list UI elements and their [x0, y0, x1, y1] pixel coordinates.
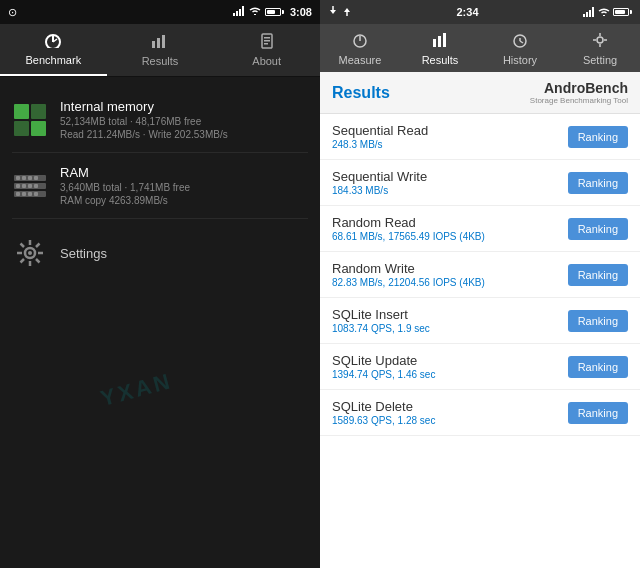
ranking-btn-5[interactable]: Ranking — [568, 356, 628, 378]
svg-rect-9 — [162, 35, 165, 48]
ram-item[interactable]: RAM 3,640MB total · 1,741MB free RAM cop… — [12, 153, 308, 219]
result-info-5: SQLite Update 1394.74 QPS, 1.46 sec — [332, 353, 435, 380]
tab-setting[interactable]: Setting — [560, 24, 640, 72]
time-display: 3:08 — [290, 6, 312, 18]
ram-sub1: 3,640MB total · 1,741MB free — [60, 182, 190, 193]
tab-history-label: History — [503, 54, 537, 66]
internal-memory-title: Internal memory — [60, 99, 228, 114]
left-status-right: 3:08 — [233, 6, 312, 18]
tab-results-label: Results — [142, 55, 179, 67]
androbench-logo: AndroBench Storage Benchmarking Tool — [530, 80, 628, 105]
result-name-3: Random Write — [332, 261, 485, 276]
ranking-btn-1[interactable]: Ranking — [568, 172, 628, 194]
result-row-5: SQLite Update 1394.74 QPS, 1.46 sec Rank… — [320, 344, 640, 390]
result-row-1: Sequential Write 184.33 MB/s Ranking — [320, 160, 640, 206]
benchmark-tab-icon — [43, 32, 63, 51]
tab-about[interactable]: About — [213, 24, 320, 76]
result-row-2: Random Read 68.61 MB/s, 17565.49 IOPS (4… — [320, 206, 640, 252]
ranking-btn-3[interactable]: Ranking — [568, 264, 628, 286]
svg-rect-36 — [443, 33, 446, 47]
tab-benchmark[interactable]: Benchmark — [0, 24, 107, 76]
svg-rect-12 — [264, 40, 270, 42]
result-name-1: Sequential Write — [332, 169, 427, 184]
result-name-2: Random Read — [332, 215, 485, 230]
result-name-4: SQLite Insert — [332, 307, 430, 322]
ranking-btn-4[interactable]: Ranking — [568, 310, 628, 332]
left-status-bar: ⊙ 3:08 — [0, 0, 320, 24]
download-icon — [328, 6, 338, 18]
tab-measure[interactable]: Measure — [320, 24, 400, 72]
right-panel: 2:34 Measure Results H — [320, 0, 640, 568]
tab-history[interactable]: History — [480, 24, 560, 72]
results-header: Results AndroBench Storage Benchmarking … — [320, 72, 640, 114]
svg-marker-26 — [344, 8, 350, 12]
setting-icon — [591, 32, 609, 51]
result-value-6: 1589.63 QPS, 1.28 sec — [332, 415, 435, 426]
result-value-5: 1394.74 QPS, 1.46 sec — [332, 369, 435, 380]
about-tab-icon — [257, 33, 277, 52]
results-right-icon — [431, 32, 449, 51]
tab-results[interactable]: Results — [107, 24, 214, 76]
wifi-icon — [249, 6, 261, 18]
svg-rect-30 — [589, 10, 591, 17]
result-info-6: SQLite Delete 1589.63 QPS, 1.28 sec — [332, 399, 435, 426]
watermark: YXAN — [98, 368, 175, 412]
svg-rect-7 — [152, 41, 155, 48]
internal-memory-item[interactable]: Internal memory 52,134MB total · 48,176M… — [12, 87, 308, 153]
right-signal-icon — [583, 7, 595, 17]
memory-icon — [12, 102, 48, 138]
right-time-display: 2:34 — [456, 6, 478, 18]
results-title: Results — [332, 84, 390, 102]
tab-results-right-label: Results — [422, 54, 459, 66]
ranking-btn-6[interactable]: Ranking — [568, 402, 628, 424]
svg-rect-29 — [586, 12, 588, 17]
right-tabs: Measure Results History Setting — [320, 24, 640, 72]
right-status-bar: 2:34 — [320, 0, 640, 24]
left-status-left: ⊙ — [8, 6, 17, 19]
ram-sub2: RAM copy 4263.89MB/s — [60, 195, 190, 206]
signal-icon — [233, 6, 245, 18]
result-info-3: Random Write 82.83 MB/s, 21204.56 IOPS (… — [332, 261, 485, 288]
svg-rect-35 — [438, 36, 441, 47]
svg-rect-0 — [233, 13, 235, 16]
result-info-0: Sequential Read 248.3 MB/s — [332, 123, 428, 150]
result-value-2: 68.61 MB/s, 17565.49 IOPS (4KB) — [332, 231, 485, 242]
result-value-4: 1083.74 QPS, 1.9 sec — [332, 323, 430, 334]
tab-setting-label: Setting — [583, 54, 617, 66]
svg-line-39 — [520, 41, 523, 43]
svg-rect-3 — [242, 6, 244, 16]
svg-point-15 — [28, 251, 32, 255]
right-status-right — [583, 7, 632, 17]
result-name-5: SQLite Update — [332, 353, 435, 368]
tab-results-right[interactable]: Results — [400, 24, 480, 72]
svg-point-40 — [597, 37, 603, 43]
svg-line-20 — [21, 244, 25, 248]
result-value-3: 82.83 MB/s, 21204.56 IOPS (4KB) — [332, 277, 485, 288]
androbench-name: AndroBench — [544, 80, 628, 96]
left-panel: ⊙ 3:08 Benchmark R — [0, 0, 320, 568]
result-row-0: Sequential Read 248.3 MB/s Ranking — [320, 114, 640, 160]
ranking-btn-0[interactable]: Ranking — [568, 126, 628, 148]
right-battery-icon — [613, 8, 632, 16]
settings-label: Settings — [60, 246, 107, 261]
result-row-4: SQLite Insert 1083.74 QPS, 1.9 sec Ranki… — [320, 298, 640, 344]
app-icon: ⊙ — [8, 6, 17, 19]
upload-icon — [342, 6, 352, 18]
ram-icon — [12, 168, 48, 204]
tab-about-label: About — [252, 55, 281, 67]
left-tabs: Benchmark Results About — [0, 24, 320, 77]
result-info-1: Sequential Write 184.33 MB/s — [332, 169, 427, 196]
settings-icon — [12, 235, 48, 271]
result-row-3: Random Write 82.83 MB/s, 21204.56 IOPS (… — [320, 252, 640, 298]
svg-line-23 — [21, 259, 25, 263]
result-row-6: SQLite Delete 1589.63 QPS, 1.28 sec Rank… — [320, 390, 640, 436]
ranking-btn-2[interactable]: Ranking — [568, 218, 628, 240]
svg-rect-31 — [592, 7, 594, 17]
androbench-sub: Storage Benchmarking Tool — [530, 96, 628, 105]
svg-marker-24 — [330, 10, 336, 14]
settings-item[interactable]: Settings — [12, 219, 308, 287]
ram-title: RAM — [60, 165, 190, 180]
ram-text: RAM 3,640MB total · 1,741MB free RAM cop… — [60, 165, 190, 206]
internal-memory-sub2: Read 211.24MB/s · Write 202.53MB/s — [60, 129, 228, 140]
left-content: Internal memory 52,134MB total · 48,176M… — [0, 77, 320, 568]
